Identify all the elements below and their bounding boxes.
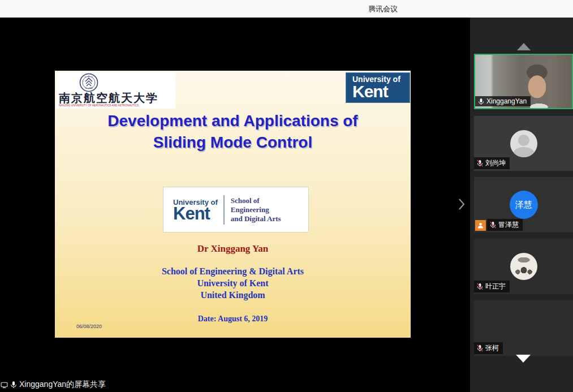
- participant-name-label: XinggangYan: [475, 96, 531, 106]
- window-titlebar: 腾讯会议: [0, 0, 573, 18]
- screen-share-status: XinggangYan的屏幕共享: [0, 380, 106, 390]
- participant-tile-zhangke[interactable]: 张柯: [474, 300, 573, 356]
- avatar-silhouette: [510, 130, 537, 157]
- mic-muted-icon: [489, 221, 497, 229]
- participant-tile-yezhengyu[interactable]: 叶正宇: [474, 239, 573, 294]
- participant-name-label: 冒泽慧: [487, 219, 523, 231]
- nuaa-name-chinese: 南京航空航天大学: [59, 91, 173, 106]
- slide-title-line1: Development and Applications of: [55, 110, 411, 132]
- participant-tile-xinggangyan[interactable]: XinggangYan: [474, 54, 573, 109]
- slide-author: Dr Xinggang Yan: [55, 243, 411, 255]
- school-name-line3: and Digital Arts: [231, 214, 281, 223]
- collapse-sidebar-chevron-icon[interactable]: [458, 198, 467, 212]
- participant-name: 刘尚坤: [485, 158, 506, 168]
- participant-name-label: 张柯: [474, 342, 503, 354]
- app-title: 腾讯会议: [368, 4, 398, 14]
- kent-school-logo-wordmark: University of Kent: [163, 198, 218, 221]
- participant-tile-maozehui[interactable]: 泽慧 冒泽慧: [474, 177, 573, 232]
- presentation-slide: N U A A 南京航空航天大学 NANJING UNIVERSITY OF A…: [55, 71, 411, 338]
- shared-screen-area: N U A A 南京航空航天大学 NANJING UNIVERSITY OF A…: [0, 18, 470, 392]
- participant-name-label: 刘尚坤: [474, 157, 510, 169]
- scroll-down-icon[interactable]: [516, 355, 531, 363]
- mic-muted-icon: [476, 283, 484, 290]
- kent-logo-line2: Kent: [352, 84, 410, 100]
- scroll-up-icon[interactable]: [517, 43, 531, 50]
- share-status-label: XinggangYan的屏幕共享: [19, 380, 106, 390]
- mic-icon: [10, 381, 18, 389]
- avatar-image: [510, 314, 538, 342]
- mic-muted-icon: [476, 344, 484, 352]
- slide-affiliation-university: University of Kent: [55, 278, 411, 288]
- mic-muted-icon: [476, 160, 484, 167]
- participants-sidebar: XinggangYan 刘尚坤 泽慧: [470, 18, 573, 392]
- mic-icon: [477, 98, 485, 105]
- participant-name: 冒泽慧: [498, 220, 519, 230]
- participant-name: 张柯: [485, 343, 499, 353]
- nuaa-logo: N U A A 南京航空航天大学 NANJING UNIVERSITY OF A…: [57, 72, 175, 109]
- school-name-line2: Engineering: [231, 205, 281, 214]
- kent-logo: University of Kent: [346, 72, 410, 103]
- slide-footer-date: 06/08/2020: [76, 324, 102, 329]
- school-name-line1: School of: [231, 196, 281, 205]
- participant-name: XinggangYan: [486, 97, 527, 105]
- participant-tile-liushangkun[interactable]: 刘尚坤: [474, 116, 573, 171]
- kent-school-logo: University of Kent School of Engineering…: [163, 187, 309, 232]
- slide-affiliation-school: School of Engineering & Digital Arts: [55, 266, 411, 277]
- participant-name-label: 叶正宇: [474, 281, 510, 292]
- slide-date: Date: August 6, 2019: [55, 315, 411, 324]
- host-badge-icon: [475, 220, 486, 231]
- slide-affiliation-country: United Kingdom: [55, 290, 411, 300]
- kent-wordmark-line2: Kent: [173, 206, 218, 221]
- tencent-meeting-window: 腾讯会议 N U A A 南京航空航天大学 NANJING UNIVERSITY…: [0, 0, 573, 392]
- slide-title-line2: Sliding Mode Control: [55, 132, 411, 153]
- school-name: School of Engineering and Digital Arts: [225, 196, 281, 223]
- nuaa-emblem-icon: N U A A: [79, 73, 98, 92]
- screen-share-icon: [1, 381, 8, 389]
- svg-text:N U A A: N U A A: [85, 87, 93, 89]
- avatar-image: [510, 253, 537, 280]
- nuaa-name-english: NANJING UNIVERSITY OF AERONAUTICS AND AS…: [59, 104, 139, 107]
- slide-title: Development and Applications of Sliding …: [55, 110, 411, 153]
- avatar-initials: 泽慧: [510, 191, 538, 219]
- participant-name: 叶正宇: [485, 282, 506, 291]
